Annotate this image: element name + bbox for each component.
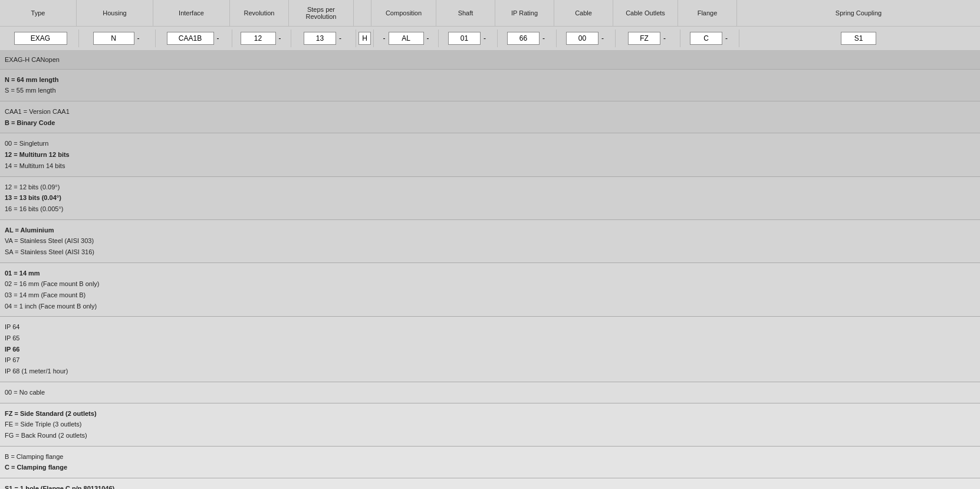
info-housing-line-0: N = 64 mm length xyxy=(5,74,975,86)
col-label-flange: Flange xyxy=(698,9,718,17)
info-cable-line-0: 00 = No cable xyxy=(5,387,975,398)
col-header-type: Type xyxy=(0,0,77,27)
col-header-interface: Interface xyxy=(153,0,230,27)
info-interface-line-0: CAA1 = Version CAA1 xyxy=(5,106,975,117)
info-steps-line-1: 13 = 13 bits (0.04°) xyxy=(5,192,975,204)
info-iprating-line-3: IP 67 xyxy=(5,355,975,366)
info-outlets-line-0: FZ = Side Standard (2 outlets) xyxy=(5,408,975,419)
col-label-iprating: IP Rating xyxy=(511,9,538,17)
selector-composition[interactable]: AL xyxy=(389,32,424,45)
col-header-iprating: IP Rating xyxy=(495,0,554,27)
col-header-flange: Flange xyxy=(678,0,737,27)
selector-row: EXAG N - CAA1B - 12 - 13 - H - AL - 01 - xyxy=(0,27,980,51)
dash-steps: - xyxy=(337,34,343,42)
info-shaft-line-0: 01 = 14 mm xyxy=(5,268,975,279)
col-header-revolution: Revolution xyxy=(230,0,289,27)
col-label-outlets: Cable Outlets xyxy=(626,9,665,17)
selector-flange[interactable]: C xyxy=(690,32,722,45)
selector-cable[interactable]: 00 xyxy=(566,32,598,45)
col-header-h xyxy=(354,0,371,27)
info-steps-line-0: 12 = 12 bits (0.09°) xyxy=(5,182,975,193)
info-type-label: EXAG-H CANopen xyxy=(5,56,60,63)
dash-composition-left: - xyxy=(382,34,387,42)
info-composition-panel: AL = Aluminium VA = Stainless Steel (AIS… xyxy=(0,220,980,263)
info-iprating-line-1: IP 65 xyxy=(5,333,975,344)
col-label-type: Type xyxy=(31,9,45,17)
info-steps-line-2: 16 = 16 bits (0.005°) xyxy=(5,204,975,215)
col-label-housing: Housing xyxy=(103,9,126,17)
info-outlets-panel: FZ = Side Standard (2 outlets) FE = Side… xyxy=(0,403,980,447)
info-outlets-line-2: FG = Back Round (2 outlets) xyxy=(5,430,975,441)
dash-cable: - xyxy=(600,34,606,42)
info-revolution-line-1: 12 = Multiturn 12 bits xyxy=(5,149,975,160)
dash-iprating: - xyxy=(541,34,547,42)
info-flange-line-0: B = Clamping flange xyxy=(5,451,975,462)
col-label-interface: Interface xyxy=(179,9,204,17)
col-label-composition: Composition xyxy=(386,9,422,17)
col-header-outlets: Cable Outlets xyxy=(613,0,678,27)
dash-composition-right: - xyxy=(425,34,431,42)
info-type-panel: EXAG-H CANopen xyxy=(0,51,980,70)
info-steps-panel: 12 = 12 bits (0.09°) 13 = 13 bits (0.04°… xyxy=(0,177,980,220)
col-header-housing: Housing xyxy=(77,0,153,27)
header-row: Type Housing Interface Revolution Steps … xyxy=(0,0,980,27)
info-spring-line-0: S1 = 1 hole (Flange C p/n 80131046) xyxy=(5,483,975,489)
info-spring-panel: S1 = 1 hole (Flange C p/n 80131046) S2 =… xyxy=(0,478,980,489)
col-label-cable: Cable xyxy=(575,9,592,17)
info-iprating-panel: IP 64 IP 65 IP 66 IP 67 IP 68 (1 meter/1… xyxy=(0,317,980,382)
selector-steps[interactable]: 13 xyxy=(304,32,336,45)
col-label-steps: Steps per Revolution xyxy=(291,6,351,20)
info-iprating-line-2: IP 66 xyxy=(5,344,975,355)
selector-spring[interactable]: S1 xyxy=(841,32,876,45)
info-cable-panel: 00 = No cable xyxy=(0,382,980,403)
main-container: Type Housing Interface Revolution Steps … xyxy=(0,0,980,489)
col-label-spring: Spring Coupling xyxy=(836,9,882,17)
col-header-steps: Steps per Revolution xyxy=(289,0,354,27)
info-iprating-line-4: IP 68 (1 meter/1 hour) xyxy=(5,366,975,377)
selector-outlets[interactable]: FZ xyxy=(628,32,660,45)
selector-shaft[interactable]: 01 xyxy=(448,32,481,45)
dash-shaft: - xyxy=(482,34,488,42)
col-header-cable: Cable xyxy=(554,0,613,27)
info-revolution-line-2: 14 = Multiturn 14 bits xyxy=(5,160,975,172)
selector-h[interactable]: H xyxy=(359,32,371,45)
info-iprating-line-0: IP 64 xyxy=(5,321,975,333)
info-revolution-panel: 00 = Singleturn 12 = Multiturn 12 bits 1… xyxy=(0,133,980,176)
info-shaft-line-3: 04 = 1 inch (Face mount B only) xyxy=(5,301,975,312)
selector-revolution[interactable]: 12 xyxy=(241,32,276,45)
info-interface-panel: CAA1 = Version CAA1 B = Binary Code xyxy=(0,101,980,133)
info-composition-line-1: VA = Stainless Steel (AISI 303) xyxy=(5,235,975,247)
dash-outlets: - xyxy=(662,34,667,42)
dash-flange: - xyxy=(724,34,729,42)
info-outlets-line-1: FE = Side Triple (3 outlets) xyxy=(5,419,975,430)
info-revolution-line-0: 00 = Singleturn xyxy=(5,138,975,149)
info-composition-line-0: AL = Aluminium xyxy=(5,225,975,236)
selector-type[interactable]: EXAG xyxy=(14,32,67,45)
dash-housing: - xyxy=(136,34,142,42)
selector-housing[interactable]: N xyxy=(93,32,134,45)
col-label-shaft: Shaft xyxy=(458,9,473,17)
info-shaft-line-1: 02 = 16 mm (Face mount B only) xyxy=(5,278,975,290)
col-header-composition: Composition xyxy=(371,0,436,27)
dash-interface: - xyxy=(215,34,221,42)
info-shaft-line-2: 03 = 14 mm (Face mount B) xyxy=(5,290,975,301)
info-housing-line-1: S = 55 mm length xyxy=(5,85,975,96)
selector-interface[interactable]: CAA1B xyxy=(167,32,214,45)
col-label-revolution: Revolution xyxy=(244,9,275,17)
info-housing-panel: N = 64 mm length S = 55 mm length xyxy=(0,70,980,101)
selector-iprating[interactable]: 66 xyxy=(507,32,540,45)
info-interface-line-1: B = Binary Code xyxy=(5,117,975,129)
col-header-spring: Spring Coupling xyxy=(737,0,980,27)
info-flange-line-1: C = Clamping flange xyxy=(5,462,975,473)
info-composition-line-2: SA = Stainless Steel (AISI 316) xyxy=(5,247,975,258)
dash-revolution: - xyxy=(277,34,283,42)
col-header-shaft: Shaft xyxy=(436,0,495,27)
info-flange-panel: B = Clamping flange C = Clamping flange xyxy=(0,447,980,478)
info-shaft-panel: 01 = 14 mm 02 = 16 mm (Face mount B only… xyxy=(0,263,980,317)
